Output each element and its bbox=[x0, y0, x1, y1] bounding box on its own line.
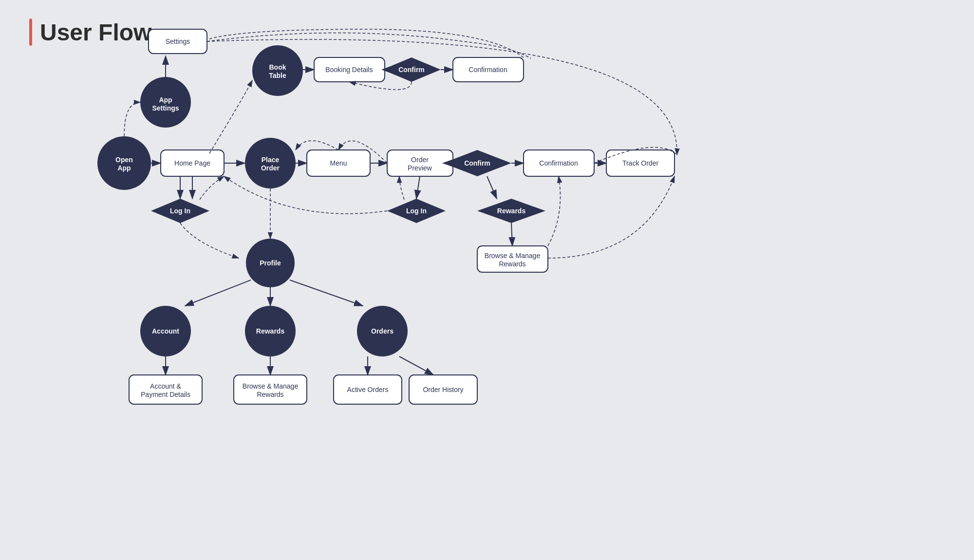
confirm-mid-node: Confirm bbox=[443, 150, 511, 176]
svg-text:Place: Place bbox=[262, 156, 280, 164]
svg-text:Table: Table bbox=[269, 72, 286, 79]
svg-text:Track Order: Track Order bbox=[622, 159, 658, 167]
log-in-left-node: Log In bbox=[151, 199, 209, 223]
svg-text:Payment Details: Payment Details bbox=[141, 391, 190, 398]
home-page-node: Home Page bbox=[161, 150, 224, 176]
app-settings-node: App Settings bbox=[140, 77, 191, 128]
order-history-node: Order History bbox=[409, 375, 477, 404]
svg-text:Confirmation: Confirmation bbox=[539, 159, 578, 167]
svg-line-76 bbox=[416, 176, 420, 199]
svg-text:Confirmation: Confirmation bbox=[468, 66, 507, 74]
svg-text:Browse & Manage: Browse & Manage bbox=[243, 382, 299, 390]
order-preview-node: Order Preview bbox=[387, 150, 453, 176]
svg-text:Confirm: Confirm bbox=[398, 66, 425, 74]
svg-text:Booking Details: Booking Details bbox=[325, 66, 373, 74]
svg-line-79 bbox=[185, 280, 251, 306]
booking-details-node: Booking Details bbox=[314, 57, 385, 82]
svg-line-85 bbox=[399, 356, 433, 375]
svg-text:Rewards: Rewards bbox=[497, 207, 526, 215]
svg-text:Confirm: Confirm bbox=[464, 159, 490, 167]
place-order-node: Place Order bbox=[245, 138, 296, 188]
svg-text:Order History: Order History bbox=[423, 386, 463, 393]
svg-text:Preview: Preview bbox=[408, 164, 432, 172]
svg-text:App: App bbox=[159, 96, 172, 104]
svg-text:Rewards: Rewards bbox=[499, 260, 525, 268]
browse-manage-bot-node: Browse & Manage Rewards bbox=[234, 375, 307, 404]
menu-node: Menu bbox=[307, 150, 370, 176]
svg-text:Log In: Log In bbox=[170, 207, 190, 215]
confirm-top-node: Confirm bbox=[382, 57, 441, 82]
open-app-node: Open App bbox=[97, 136, 151, 190]
svg-text:Order: Order bbox=[411, 156, 429, 164]
svg-text:Order: Order bbox=[261, 164, 280, 172]
svg-text:Settings: Settings bbox=[166, 37, 190, 45]
confirmation-top-node: Confirmation bbox=[453, 57, 524, 82]
rewards-circle-node: Rewards bbox=[245, 306, 296, 356]
svg-text:Settings: Settings bbox=[152, 104, 179, 112]
svg-text:Profile: Profile bbox=[260, 259, 281, 267]
account-payment-node: Account & Payment Details bbox=[129, 375, 202, 404]
active-orders-node: Active Orders bbox=[334, 375, 402, 404]
account-circle-node: Account bbox=[140, 306, 191, 356]
log-in-mid-node: Log In bbox=[387, 199, 446, 223]
svg-text:Log In: Log In bbox=[406, 207, 427, 215]
settings-node: Settings bbox=[149, 29, 207, 54]
svg-text:Account: Account bbox=[152, 327, 179, 335]
svg-line-77 bbox=[487, 176, 497, 199]
profile-node: Profile bbox=[246, 239, 295, 287]
orders-circle-node: Orders bbox=[357, 306, 408, 356]
svg-text:Rewards: Rewards bbox=[256, 327, 285, 335]
svg-line-78 bbox=[511, 223, 512, 246]
confirmation-mid-node: Confirmation bbox=[524, 150, 594, 176]
track-order-node: Track Order bbox=[606, 150, 674, 176]
svg-text:Menu: Menu bbox=[330, 159, 347, 167]
svg-text:Browse & Manage: Browse & Manage bbox=[485, 252, 541, 260]
book-table-node: Book Table bbox=[252, 45, 303, 96]
svg-text:Home Page: Home Page bbox=[174, 159, 210, 167]
flow-diagram: Settings App Settings Book Table Booking… bbox=[0, 0, 974, 560]
svg-text:Rewards: Rewards bbox=[257, 391, 283, 398]
svg-text:Orders: Orders bbox=[371, 327, 393, 335]
svg-text:Open: Open bbox=[115, 156, 133, 164]
svg-text:App: App bbox=[117, 164, 131, 172]
svg-text:Account &: Account & bbox=[150, 382, 181, 390]
browse-manage-mid-node: Browse & Manage Rewards bbox=[477, 246, 548, 272]
svg-text:Book: Book bbox=[269, 63, 286, 71]
svg-line-81 bbox=[290, 280, 363, 306]
rewards-mid-node: Rewards bbox=[477, 199, 545, 223]
svg-text:Active Orders: Active Orders bbox=[347, 386, 389, 393]
